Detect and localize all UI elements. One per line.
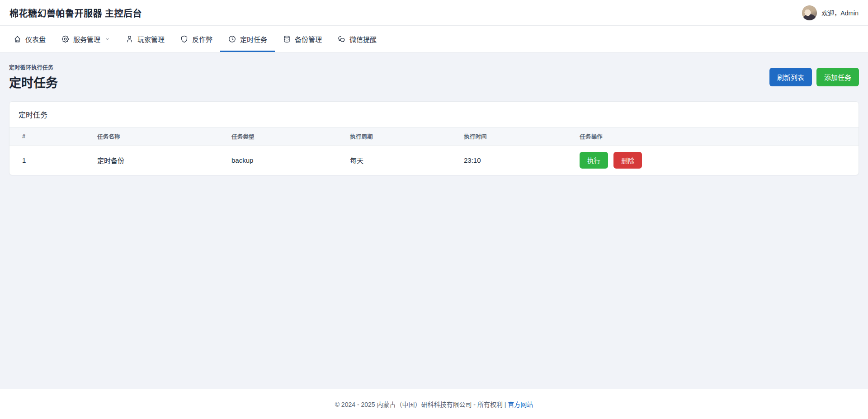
nav-item-label: 仪表盘	[25, 34, 46, 44]
page-title: 定时任务	[9, 73, 58, 91]
user-box[interactable]: 欢迎，Admin	[802, 5, 859, 20]
user-icon	[125, 35, 134, 43]
card-title: 定时任务	[9, 102, 859, 127]
col-index: #	[9, 127, 85, 146]
col-exec-cycle: 执行周期	[337, 127, 451, 146]
nav-item-label: 微信提醒	[349, 34, 377, 44]
page-pretitle: 定时循环执行任务	[9, 63, 58, 71]
delete-task-button[interactable]: 删除	[613, 152, 642, 169]
clock-icon	[228, 35, 236, 43]
app-header: 棉花糖幻兽帕鲁开服器 主控后台 欢迎，Admin	[0, 0, 868, 26]
main-nav: 仪表盘 服务管理 玩家管理 反作弊 定时任	[0, 26, 868, 52]
col-task-type: 任务类型	[219, 127, 337, 146]
official-site-link[interactable]: 官方网站	[508, 401, 533, 408]
cell-exec-time: 23:10	[451, 146, 567, 175]
page-actions: 刷新列表 添加任务	[769, 68, 859, 86]
database-icon	[283, 35, 291, 43]
col-actions: 任务操作	[567, 127, 859, 146]
run-task-button[interactable]: 执行	[580, 152, 608, 169]
user-avatar[interactable]	[802, 5, 817, 20]
copyright-text: © 2024 - 2025 内蒙古（中国）研科科技有限公司 - 所有权利 |	[335, 401, 506, 408]
nav-item-service-management[interactable]: 服务管理	[53, 26, 118, 52]
nav-item-wechat-notify[interactable]: 微信提醒	[330, 26, 384, 52]
nav-item-label: 玩家管理	[137, 34, 165, 44]
page-header-titles: 定时循环执行任务 定时任务	[9, 63, 58, 91]
gear-icon	[61, 35, 70, 43]
add-task-button[interactable]: 添加任务	[816, 68, 859, 86]
refresh-list-button[interactable]: 刷新列表	[769, 68, 812, 86]
nav-item-anticheat[interactable]: 反作弊	[172, 26, 220, 52]
message-icon	[337, 35, 346, 43]
nav-item-backup-management[interactable]: 备份管理	[275, 26, 330, 52]
cell-task-name: 定时备份	[85, 146, 219, 175]
table-row: 1 定时备份 backup 每天 23:10 执行 删除	[9, 146, 859, 175]
nav-item-label: 定时任务	[240, 34, 267, 44]
cell-index: 1	[9, 146, 85, 175]
shield-icon	[180, 35, 189, 43]
main-content: 定时循环执行任务 定时任务 刷新列表 添加任务 定时任务 # 任务名称 任务类型…	[0, 52, 868, 389]
col-task-name: 任务名称	[85, 127, 219, 146]
tasks-card: 定时任务 # 任务名称 任务类型 执行周期 执行时间 任务操作 1	[9, 101, 859, 175]
nav-item-player-management[interactable]: 玩家管理	[118, 26, 172, 52]
nav-item-label: 备份管理	[295, 34, 322, 44]
cell-task-type: backup	[219, 146, 337, 175]
chevron-down-icon	[104, 37, 110, 42]
nav-item-dashboard[interactable]: 仪表盘	[5, 26, 53, 52]
page-header: 定时循环执行任务 定时任务 刷新列表 添加任务	[9, 63, 859, 91]
app-title: 棉花糖幻兽帕鲁开服器 主控后台	[9, 6, 142, 19]
nav-item-label: 服务管理	[73, 34, 100, 44]
nav-item-scheduled-tasks[interactable]: 定时任务	[220, 26, 275, 52]
col-exec-time: 执行时间	[451, 127, 567, 146]
welcome-text: 欢迎，Admin	[821, 8, 859, 17]
table-header: # 任务名称 任务类型 执行周期 执行时间 任务操作	[9, 127, 859, 146]
cell-exec-cycle: 每天	[337, 146, 451, 175]
page-footer: © 2024 - 2025 内蒙古（中国）研科科技有限公司 - 所有权利 | 官…	[0, 389, 868, 419]
page: 棉花糖幻兽帕鲁开服器 主控后台 欢迎，Admin 仪表盘 服务管理	[0, 0, 868, 419]
home-icon	[13, 35, 22, 43]
tasks-table: # 任务名称 任务类型 执行周期 执行时间 任务操作 1 定时备份 backup…	[9, 127, 859, 175]
cell-actions: 执行 删除	[567, 146, 859, 175]
nav-item-label: 反作弊	[192, 34, 212, 44]
